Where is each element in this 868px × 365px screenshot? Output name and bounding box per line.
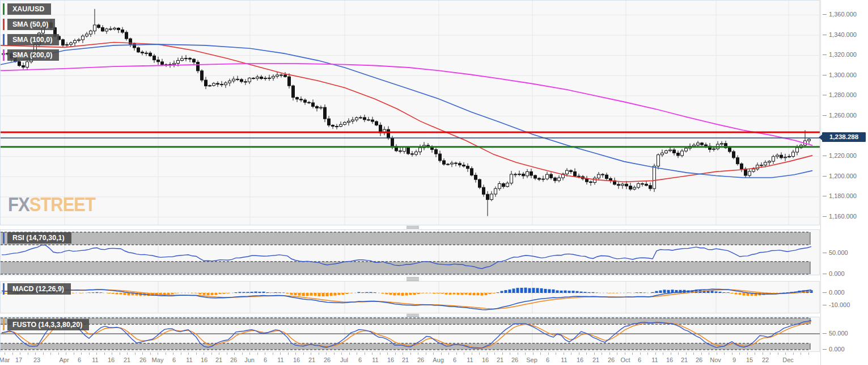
candle-body: [459, 163, 461, 165]
date-axis-label: 9: [732, 356, 736, 363]
date-axis-tick: [380, 353, 380, 355]
macd-histogram-bar: [386, 293, 388, 294]
macd-signal-line: [2, 290, 811, 309]
last-price-badge: 1,238.288: [822, 132, 866, 142]
candle-body: [629, 186, 632, 189]
rsi-axis-label: 50.000: [829, 249, 848, 256]
candle-body: [22, 66, 25, 68]
date-axis-label: 21: [681, 356, 688, 363]
date-axis-tick: [326, 353, 327, 355]
date-axis-tick: [479, 353, 480, 355]
stochastic-panel[interactable]: [0, 317, 820, 352]
candle-body: [125, 32, 128, 39]
date-axis-tick: [142, 353, 143, 355]
date-axis-tick: [433, 353, 434, 355]
candle-body: [86, 34, 88, 36]
candle-body: [649, 186, 652, 188]
price-axis-label: 1,360.000: [829, 11, 857, 18]
macd-histogram-bar: [167, 293, 170, 295]
candle-body: [756, 165, 759, 169]
rsi-panel[interactable]: [0, 229, 820, 275]
macd-color-swatch: [3, 283, 5, 295]
date-axis-tick: [188, 353, 189, 355]
panel-resize-handle-stoch[interactable]: [407, 313, 419, 317]
candle-body: [336, 126, 338, 127]
macd-histogram-bar: [401, 293, 404, 296]
candle-body: [542, 179, 545, 179]
macd-histogram-bar: [501, 291, 503, 293]
candle-body: [463, 165, 465, 166]
date-axis-label: Oct: [620, 356, 630, 363]
main-chart-panel[interactable]: [0, 0, 820, 225]
chart-window: XAU/USD SMA (50,0) SMA (100,0) SMA (200,…: [0, 0, 868, 365]
date-axis-tick: [127, 353, 128, 355]
date-axis[interactable]: Mar1723Apr611162126May611162126Jun611162…: [0, 353, 820, 365]
candle-body: [316, 107, 319, 108]
candle-body: [498, 184, 501, 189]
date-axis-tick: [632, 353, 633, 355]
date-axis-tick: [196, 353, 197, 355]
macd-histogram-bar: [278, 292, 281, 293]
macd-label: MACD (12,26,9): [7, 283, 71, 295]
macd-histogram-bar: [235, 292, 238, 293]
date-axis-tick: [158, 353, 158, 355]
candle-body: [149, 53, 152, 56]
price-axis-tick: [823, 54, 827, 55]
date-axis-tick: [319, 353, 319, 355]
legend-sma100[interactable]: SMA (100,0): [3, 34, 59, 45]
macd-histogram-bar: [719, 292, 722, 293]
date-axis-tick: [640, 353, 641, 355]
candle-body: [268, 78, 271, 78]
macd-histogram-bar: [723, 292, 726, 293]
candle-body: [399, 151, 402, 152]
candle-body: [201, 71, 204, 80]
legend-sma50[interactable]: SMA (50,0): [3, 19, 55, 30]
date-axis-tick: [89, 353, 90, 355]
stoch-axis-tick: [823, 349, 827, 350]
candle-body: [526, 172, 529, 176]
macd-histogram-bar: [266, 292, 269, 293]
legend-stochastic[interactable]: FUSTO (14,3,3,80,20): [3, 319, 89, 330]
macd-histogram-bar: [544, 289, 547, 293]
date-axis-tick: [28, 353, 28, 355]
candle-body: [566, 170, 569, 174]
candle-body: [137, 48, 140, 52]
panel-resize-handle-macd[interactable]: [407, 277, 419, 281]
legend-rsi[interactable]: RSI (14,70,30,1): [3, 232, 71, 244]
macd-histogram-bar: [346, 293, 349, 294]
date-axis-label: 11: [92, 356, 98, 363]
candle-body: [260, 77, 263, 79]
date-axis-label: 16: [666, 356, 673, 363]
candle-body: [348, 121, 350, 122]
date-axis-tick: [709, 353, 709, 355]
macd-histogram-bar: [397, 293, 400, 295]
candle-body: [558, 178, 561, 181]
legend-symbol[interactable]: XAU/USD: [3, 3, 51, 15]
candle-body: [411, 154, 414, 154]
date-axis-tick: [510, 353, 510, 355]
macd-histogram-bar: [747, 293, 750, 296]
macd-panel[interactable]: [0, 281, 820, 313]
macd-axis-tick: [823, 292, 827, 293]
price-axis-label: 1,300.000: [829, 72, 857, 78]
macd-histogram-bar: [592, 292, 595, 293]
sma-100-line: [1, 44, 812, 178]
candle-body: [455, 163, 458, 163]
candle-body: [550, 174, 553, 178]
price-axis[interactable]: 1,238.288 1,360.0001,340.0001,320.0001,3…: [820, 0, 868, 365]
candle-body: [407, 147, 410, 153]
macd-histogram-bar: [445, 293, 448, 295]
symbol-label: XAU/USD: [7, 3, 51, 15]
candle-body: [729, 148, 731, 152]
date-axis-label: 26: [696, 356, 702, 363]
candle-body: [193, 59, 196, 62]
candle-body: [18, 62, 21, 66]
date-axis-tick: [211, 353, 212, 355]
date-axis-tick: [686, 353, 687, 355]
legend-macd[interactable]: MACD (12,26,9): [3, 283, 71, 295]
main-chart-canvas: [1, 1, 820, 225]
macd-histogram-bar: [493, 293, 496, 293]
macd-histogram-bar: [536, 288, 539, 293]
macd-histogram-bar: [318, 293, 321, 296]
legend-sma200[interactable]: SMA (200,0): [3, 49, 59, 61]
